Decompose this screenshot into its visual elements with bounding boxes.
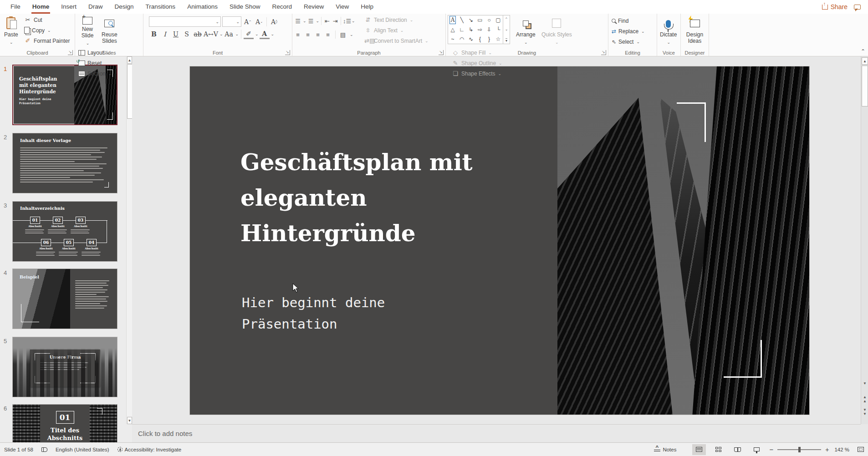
scroll-up-icon[interactable]: ▲ [862,57,868,65]
slide-subtitle-textbox[interactable]: Hier beginnt deine Präsentation [242,292,424,335]
cut-button[interactable]: ✂Cut [23,15,71,25]
normal-view-button[interactable] [692,444,706,455]
slide-counter[interactable]: Slide 1 of 58 [0,443,37,456]
line-spacing-icon[interactable]: ↕☰ [343,18,350,25]
columns-icon[interactable]: ▤ [339,31,347,38]
font-dialog-launcher[interactable]: ↘ [285,50,290,55]
next-slide-button[interactable]: ▼▼ [861,408,868,416]
shape-elbow-arrow-icon[interactable]: ↳ [469,26,473,33]
bold-button[interactable]: B [149,29,159,39]
slide-thumbnail-4[interactable]: Beispiel [12,269,117,329]
shape-elbow-icon[interactable]: ∟ [459,26,465,33]
reuse-slides-button[interactable]: Reuse Slides [99,15,119,48]
highlight-color-button[interactable]: ✐ [244,29,254,39]
slide-editing-canvas[interactable]: Geschäftsplan mit eleganten Hintergründe… [132,56,861,424]
shape-outline-button[interactable]: ✎Shape Outline⌄ [450,58,504,68]
reset-button[interactable]: Reset [77,58,113,68]
design-ideas-button[interactable]: Design Ideas [683,15,707,48]
canvas-scrollbar[interactable]: ▲ ▼ ▲▲ ▼▼ [861,56,868,424]
shape-brace-right-icon[interactable]: } [488,35,490,43]
tab-home[interactable]: Home [26,0,56,14]
tab-file[interactable]: File [5,0,26,14]
paragraph-dialog-launcher[interactable]: ↘ [439,50,444,55]
shape-arc-icon[interactable]: ◠ [460,35,464,43]
thumbnail-scrollbar[interactable]: ▲ ▼ [126,56,132,424]
decrease-indent-icon[interactable]: ⇤ [323,18,331,25]
shape-effects-button[interactable]: ❏Shape Effects⌄ [450,69,504,78]
replace-button[interactable]: ⇄Replace⌄ [610,26,646,36]
comments-icon[interactable] [854,5,861,10]
font-color-button[interactable]: A [260,29,270,39]
copy-button[interactable]: Copy⌄ [23,25,71,35]
paste-button[interactable]: Paste⌄ [2,15,20,48]
justify-icon[interactable]: ≡ [324,31,332,38]
tab-transitions[interactable]: Transitions [140,0,182,14]
shape-triangle-icon[interactable]: △ [450,26,454,33]
thumb-scroll-up-icon[interactable]: ▲ [127,56,132,64]
previous-slide-button[interactable]: ▲▲ [861,395,868,403]
zoom-slider[interactable] [777,449,821,450]
zoom-in-button[interactable]: + [824,446,830,453]
quick-styles-button[interactable]: Quick Styles⌄ [539,15,574,48]
reading-view-button[interactable] [730,444,744,455]
tab-record[interactable]: Record [266,0,298,14]
align-left-icon[interactable]: ≡ [294,31,301,38]
underline-button[interactable]: U [171,29,181,39]
shapes-gallery[interactable]: A╲↘▭○▢△∟↳⇨⇩└~◠∿{}☆ [448,15,503,44]
shape-freeform-icon[interactable]: └ [496,26,500,33]
tab-insert[interactable]: Insert [55,0,82,14]
tab-help[interactable]: Help [355,0,379,14]
slideshow-view-button[interactable] [750,444,763,455]
font-size-combo[interactable]: ⌄ [222,16,241,27]
format-painter-button[interactable]: ✐Format Painter [23,36,71,46]
tab-draw[interactable]: Draw [82,0,109,14]
shape-scribble-icon[interactable]: ~ [451,35,454,43]
shape-arrow-right-icon[interactable]: ⇨ [478,26,482,33]
slide-thumbnail-2[interactable]: Inhalt dieser Vorlage [12,133,117,193]
scroll-down-icon[interactable]: ▼ [861,381,868,390]
tab-animations[interactable]: Animations [181,0,224,14]
collapse-ribbon-icon[interactable]: ⌃ [861,48,865,55]
tab-view[interactable]: View [330,0,355,14]
clear-formatting-button[interactable]: A◊ [269,17,279,27]
accessibility-button[interactable]: Accessibility: Investigate [113,443,186,456]
clipboard-dialog-launcher[interactable]: ↘ [68,50,73,55]
new-slide-button[interactable]: New Slide⌄ [77,15,98,48]
zoom-slider-thumb[interactable] [798,447,801,452]
shape-rectangle-icon[interactable]: ▭ [477,16,482,24]
section-button[interactable]: Section⌄ [77,69,113,78]
shape-line-icon[interactable]: ╲ [460,16,463,24]
shape-star-icon[interactable]: ☆ [496,35,501,43]
slide-thumbnail-6[interactable]: 01 Titel des Abschnitts [12,404,117,442]
slide-1-editor[interactable]: Geschäftsplan mit eleganten Hintergründe… [190,66,809,415]
strikethrough-button[interactable]: ab [193,29,203,39]
change-case-button[interactable]: Aa [224,29,234,39]
character-spacing-button[interactable]: A↔V [204,29,218,39]
shapes-gallery-scroll[interactable]: ^⌄▾ [503,15,510,44]
increase-indent-icon[interactable]: ⇥ [332,18,339,25]
arrange-button[interactable]: Arrange⌄ [514,15,538,48]
notes-pane[interactable]: Click to add notes [132,424,861,442]
canvas-scrollbar-thumb[interactable] [862,66,868,106]
thumb-scroll-down-icon[interactable]: ▼ [127,417,132,424]
tab-review[interactable]: Review [298,0,330,14]
shape-arrow-down-icon[interactable]: ⇩ [487,26,491,33]
dictate-button[interactable]: Dictate⌄ [659,15,678,48]
increase-font-size-button[interactable]: A^ [243,17,253,27]
bullets-icon[interactable]: ☰ [294,18,301,25]
shape-arrow-icon[interactable]: ↘ [469,16,473,24]
shape-curve-icon[interactable]: ∿ [469,35,473,43]
drawing-dialog-launcher[interactable]: ↘ [601,50,606,55]
fit-slide-to-window-button[interactable] [853,443,868,456]
language-button[interactable]: English (United States) [51,443,113,456]
convert-smartart-button[interactable]: ⇄▤Convert to SmartArt⌄ [363,36,430,46]
tab-slide-show[interactable]: Slide Show [224,0,266,14]
align-text-button[interactable]: ⇳Align Text⌄ [363,25,430,35]
zoom-out-button[interactable]: − [768,446,775,453]
shape-textbox-icon[interactable]: A [450,16,456,24]
shape-rounded-rectangle-icon[interactable]: ▢ [495,16,500,24]
tab-design[interactable]: Design [109,0,140,14]
slide-thumbnail-3[interactable]: Inhaltsverzeichnis 01 02 03 06 05 04 Abs… [12,201,117,262]
shape-oval-icon[interactable]: ○ [487,16,490,24]
select-button[interactable]: ⇖Select⌄ [610,37,646,46]
